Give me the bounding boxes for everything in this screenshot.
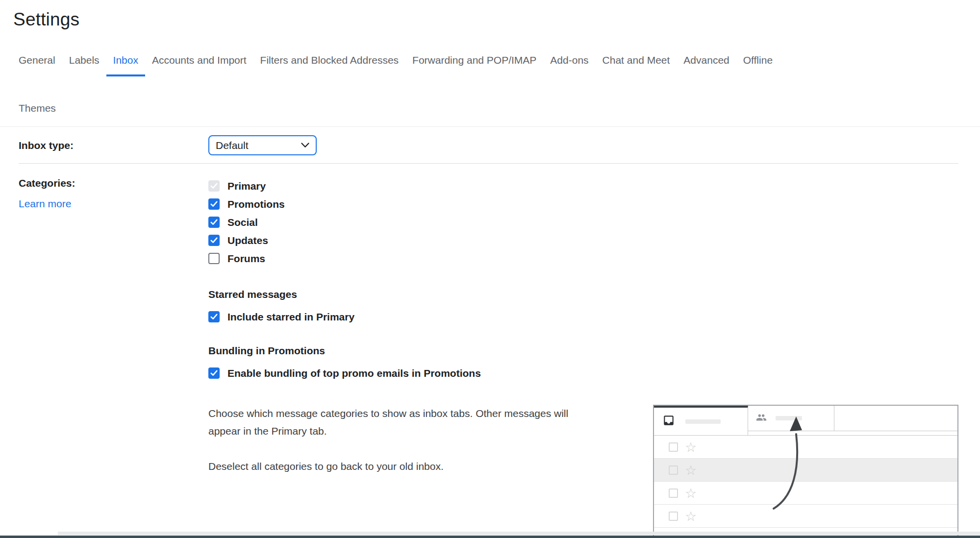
checkbox-include-starred-in-primary[interactable] — [208, 311, 220, 322]
star-icon: ☆ — [685, 440, 697, 454]
bottom-edge-divider — [0, 536, 980, 538]
checkbox-primary — [208, 180, 220, 192]
checkbox-promotions[interactable] — [208, 198, 220, 210]
description-paragraph-1: Choose which message categories to show … — [208, 405, 591, 440]
star-icon: ☆ — [685, 487, 697, 500]
category-option-forums: Forums — [208, 249, 958, 268]
learn-more-link[interactable]: Learn more — [19, 198, 71, 210]
tab-themes[interactable]: Themes — [12, 102, 63, 124]
category-label-primary: Primary — [227, 180, 266, 192]
description-paragraph-2: Deselect all categories to go back to yo… — [208, 458, 591, 475]
category-option-primary: Primary — [208, 177, 958, 195]
inbox-type-label: Inbox type: — [19, 139, 208, 152]
inbox-type-selected-value: Default — [216, 140, 249, 151]
illustration-active-tab — [654, 406, 748, 435]
tab-filters-and-blocked-addresses[interactable]: Filters and Blocked Addresses — [253, 54, 405, 76]
message-row: ☆ — [654, 482, 957, 505]
categories-description-row: Choose which message categories to show … — [208, 405, 958, 538]
people-icon — [755, 412, 768, 425]
categories-description: Choose which message categories to show … — [208, 405, 591, 475]
illustration-tab-strip-rest — [834, 406, 957, 431]
inbox-type-row: Inbox type: Default — [19, 127, 958, 164]
tab-forwarding-and-pop-imap[interactable]: Forwarding and POP/IMAP — [405, 54, 543, 76]
checkbox-enable-bundling[interactable] — [208, 367, 220, 379]
category-option-social: Social — [208, 213, 958, 231]
category-label-forums: Forums — [227, 253, 265, 265]
inbox-icon — [662, 414, 676, 429]
enable-bundling-label: Enable bundling of top promo emails in P… — [227, 367, 481, 379]
starred-messages-heading: Starred messages — [208, 288, 958, 301]
include-starred-label: Include starred in Primary — [227, 311, 354, 323]
horizontal-scrollbar-thumb[interactable] — [58, 532, 980, 535]
categories-row: Categories: Learn more Primary Promotion… — [19, 164, 958, 538]
bundling-heading: Bundling in Promotions — [208, 344, 958, 357]
star-icon: ☆ — [685, 510, 697, 523]
category-label-social: Social — [227, 217, 258, 228]
tab-chat-and-meet[interactable]: Chat and Meet — [596, 54, 677, 76]
category-label-promotions: Promotions — [227, 198, 285, 210]
row-checkbox-placeholder — [669, 465, 678, 475]
tab-general[interactable]: General — [12, 54, 62, 76]
illustration-message-rows: ☆ ☆ ☆ ☆ — [654, 435, 957, 528]
tab-labels[interactable]: Labels — [62, 54, 106, 76]
chevron-down-icon — [301, 143, 309, 148]
tab-label-placeholder — [776, 416, 802, 420]
bundling-option-row: Enable bundling of top promo emails in P… — [208, 364, 958, 382]
illustration-tab-strip — [654, 406, 957, 435]
category-label-updates: Updates — [227, 235, 268, 246]
illustration-second-tab — [748, 406, 834, 431]
tab-offline[interactable]: Offline — [736, 54, 779, 76]
page-title: Settings — [0, 0, 980, 30]
message-row-highlighted: ☆ — [654, 459, 957, 482]
checkbox-forums[interactable] — [208, 253, 220, 264]
tab-inbox[interactable]: Inbox — [106, 54, 145, 76]
message-row: ☆ — [654, 436, 957, 459]
tab-advanced[interactable]: Advanced — [677, 54, 736, 76]
starred-option-row: Include starred in Primary — [208, 308, 958, 326]
settings-tab-bar: General Labels Inbox Accounts and Import… — [0, 54, 980, 124]
tab-accounts-and-import[interactable]: Accounts and Import — [145, 54, 253, 76]
message-row: ☆ — [654, 505, 957, 528]
row-checkbox-placeholder — [669, 512, 678, 521]
row-checkbox-placeholder — [669, 442, 678, 452]
categories-label: Categories: — [19, 177, 208, 190]
tab-label-placeholder — [685, 419, 721, 424]
category-option-promotions: Promotions — [208, 195, 958, 213]
tab-add-ons[interactable]: Add-ons — [543, 54, 595, 76]
checkbox-social[interactable] — [208, 217, 220, 228]
inbox-tabs-illustration: ☆ ☆ ☆ ☆ — [653, 405, 958, 538]
category-option-updates: Updates — [208, 231, 958, 249]
settings-body: Inbox type: Default Categories: Learn mo… — [19, 127, 958, 538]
checkbox-updates[interactable] — [208, 235, 220, 246]
inbox-type-select[interactable]: Default — [208, 135, 317, 155]
star-icon: ☆ — [685, 464, 697, 477]
row-checkbox-placeholder — [669, 489, 678, 498]
